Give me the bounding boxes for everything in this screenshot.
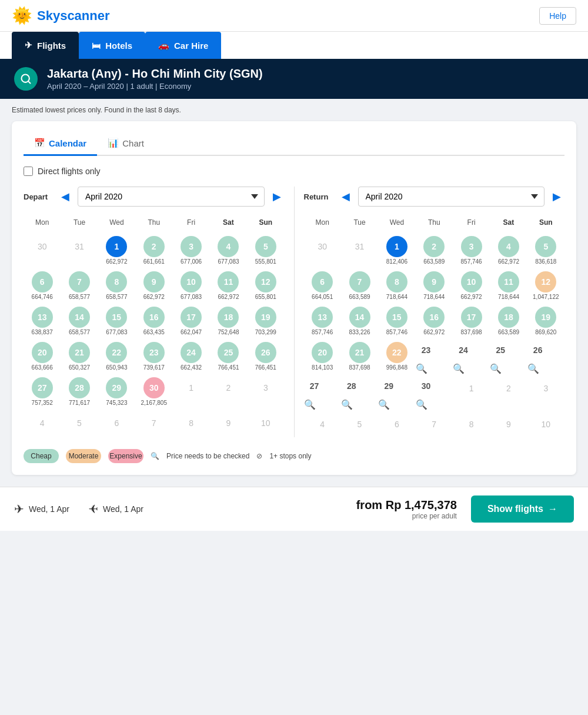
day-cell[interactable]: 1812,406 xyxy=(378,234,415,268)
day-number: 22 xyxy=(106,342,127,363)
tab-flights[interactable]: ✈ Flights xyxy=(12,32,79,59)
day-cell[interactable]: 14658,577 xyxy=(61,304,98,338)
day-cell[interactable]: 14833,226 xyxy=(341,304,378,338)
day-cell-trailing: 5 xyxy=(61,410,98,436)
day-number: 21 xyxy=(69,342,90,363)
day-cell[interactable]: 27🔍 xyxy=(304,375,341,410)
day-cell[interactable]: 26766,451 xyxy=(247,340,284,374)
day-cell[interactable]: 24🔍 xyxy=(453,340,490,374)
day-cell[interactable]: 3677,006 xyxy=(172,234,209,268)
return-next-button[interactable]: ▶ xyxy=(549,188,564,205)
day-cell[interactable]: 18752,648 xyxy=(210,304,247,338)
day-price: 662,047 xyxy=(181,329,202,336)
depart-calendar: Depart ◀ April 2020 ▶ Mon Tue Wed Thu Fr… xyxy=(24,187,294,437)
price-amount: from Rp 1,475,378 xyxy=(356,498,457,512)
header: 🌞 Skyscanner Help xyxy=(0,0,588,32)
day-cell[interactable]: 22996,848 xyxy=(378,340,415,374)
day-cell[interactable]: 9718,644 xyxy=(416,269,453,303)
day-cell[interactable]: 2661,661 xyxy=(135,234,172,268)
direct-flights-checkbox[interactable] xyxy=(24,167,33,176)
day-cell[interactable]: 26🔍 xyxy=(527,340,564,374)
return-month-select[interactable]: April 2020 xyxy=(358,187,545,207)
direct-flights-label: Direct flights only xyxy=(38,167,101,176)
day-cell[interactable]: 1662,972 xyxy=(98,234,135,268)
day-cell[interactable]: 11718,644 xyxy=(490,269,527,303)
day-cell[interactable]: 7658,577 xyxy=(61,269,98,303)
day-cell[interactable]: 16662,972 xyxy=(416,304,453,338)
day-cell[interactable]: 20663,666 xyxy=(24,340,61,374)
day-cell[interactable]: 29745,323 xyxy=(98,375,135,409)
svg-line-1 xyxy=(28,81,31,84)
day-cell[interactable]: 13857,746 xyxy=(304,304,341,338)
show-flights-button[interactable]: Show flights → xyxy=(471,495,574,523)
day-price: 658,577 xyxy=(69,329,90,336)
help-button[interactable]: Help xyxy=(539,7,576,25)
search-banner[interactable]: Jakarta (Any) - Ho Chi Minh City (SGN) A… xyxy=(0,59,588,99)
direct-flights-row: Direct flights only xyxy=(24,167,564,176)
tab-hotels[interactable]: 🛏 Hotels xyxy=(79,32,145,59)
day-number: 6 xyxy=(106,413,127,434)
day-cell[interactable]: 17837,698 xyxy=(453,304,490,338)
day-cell[interactable]: 9662,972 xyxy=(135,269,172,303)
day-cell[interactable]: 18663,589 xyxy=(490,304,527,338)
day-cell[interactable]: 302,167,805 xyxy=(135,375,172,409)
day-cell[interactable]: 28771,617 xyxy=(61,375,98,409)
day-cell[interactable]: 24662,432 xyxy=(172,340,209,374)
day-cell[interactable]: 10662,972 xyxy=(453,269,490,303)
day-cell[interactable]: 7663,589 xyxy=(341,269,378,303)
day-cell[interactable]: 2663,589 xyxy=(416,234,453,268)
day-cell[interactable]: 8718,644 xyxy=(378,269,415,303)
day-cell[interactable]: 13638,837 xyxy=(24,304,61,338)
depart-prev-button[interactable]: ◀ xyxy=(58,188,73,205)
day-cell[interactable]: 17662,047 xyxy=(172,304,209,338)
day-cell[interactable]: 3857,746 xyxy=(453,234,490,268)
day-cell[interactable]: 4677,083 xyxy=(210,234,247,268)
day-cell[interactable]: 8658,577 xyxy=(98,269,135,303)
day-cell[interactable]: 20814,103 xyxy=(304,340,341,374)
day-cell[interactable]: 4662,972 xyxy=(490,234,527,268)
day-cell[interactable]: 22650,943 xyxy=(98,340,135,374)
return-day-headers: Mon Tue Wed Thu Fri Sat Sun xyxy=(304,216,565,229)
day-cell[interactable]: 6664,746 xyxy=(24,269,61,303)
day-number: 20 xyxy=(32,342,53,363)
legend-moderate: Moderate xyxy=(66,449,101,463)
day-cell[interactable]: 28🔍 xyxy=(341,375,378,410)
day-cell[interactable]: 19869,620 xyxy=(527,304,564,338)
day-price: 664,746 xyxy=(32,294,53,301)
day-cell[interactable]: 29🔍 xyxy=(378,375,415,410)
tab-carhire[interactable]: 🚗 Car Hire xyxy=(145,32,221,59)
day-cell[interactable]: 5555,801 xyxy=(247,234,284,268)
day-cell[interactable]: 19703,299 xyxy=(247,304,284,338)
day-cell[interactable]: 27757,352 xyxy=(24,375,61,409)
return-day-header-thu: Thu xyxy=(416,216,453,229)
day-cell[interactable]: 5836,618 xyxy=(527,234,564,268)
return-prev-button[interactable]: ◀ xyxy=(338,188,353,205)
depart-month-select[interactable]: April 2020 xyxy=(78,187,265,207)
day-cell-next-month: 2 xyxy=(210,375,247,409)
day-cell[interactable]: 25🔍 xyxy=(490,340,527,374)
day-cell[interactable]: 21837,698 xyxy=(341,340,378,374)
day-cell[interactable]: 21650,327 xyxy=(61,340,98,374)
day-price: 662,972 xyxy=(106,258,127,265)
tab-chart[interactable]: 📊 Chart xyxy=(97,133,155,156)
day-cell[interactable]: 15677,083 xyxy=(98,304,135,338)
day-cell[interactable]: 12655,801 xyxy=(247,269,284,303)
day-cell[interactable]: 16663,435 xyxy=(135,304,172,338)
day-number: 28 xyxy=(69,377,90,398)
tab-calendar[interactable]: 📅 Calendar xyxy=(24,133,97,156)
day-cell[interactable]: 25766,451 xyxy=(210,340,247,374)
day-number: 4 xyxy=(312,414,333,435)
day-cell[interactable]: 15857,746 xyxy=(378,304,415,338)
day-cell[interactable]: 23🔍 xyxy=(416,340,453,374)
day-cell[interactable]: 30🔍 xyxy=(416,375,453,410)
day-cell[interactable]: 10677,083 xyxy=(172,269,209,303)
day-number: 6 xyxy=(386,414,407,435)
day-cell[interactable]: 23739,617 xyxy=(135,340,172,374)
day-cell[interactable]: 121,047,122 xyxy=(527,269,564,303)
legend-expensive: Expensive xyxy=(108,449,143,463)
day-number: 8 xyxy=(461,414,482,435)
day-cell[interactable]: 11662,972 xyxy=(210,269,247,303)
day-price: 664,051 xyxy=(312,294,333,301)
day-cell[interactable]: 6664,051 xyxy=(304,269,341,303)
depart-next-button[interactable]: ▶ xyxy=(269,188,285,205)
